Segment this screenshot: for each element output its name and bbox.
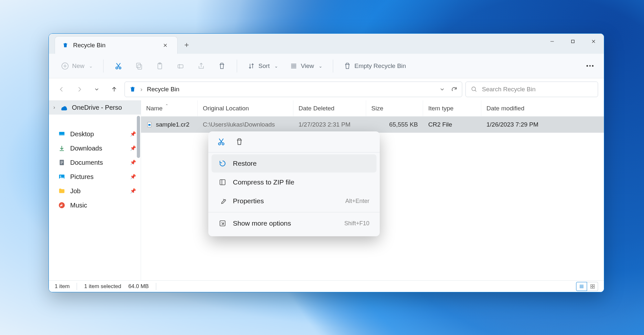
context-label: Compress to ZIP file <box>233 178 294 186</box>
tab-title: Recycle Bin <box>73 42 156 49</box>
context-delete-button[interactable] <box>235 137 244 146</box>
sidebar-item-music[interactable]: Music <box>49 198 141 212</box>
new-tab-button[interactable] <box>178 36 196 54</box>
copy-button[interactable] <box>130 60 148 73</box>
sidebar: › OneDrive - Perso Desktop 📌 Downloads 📌 <box>49 100 141 280</box>
svg-rect-23 <box>593 285 595 286</box>
back-button[interactable] <box>55 82 69 96</box>
column-name[interactable]: Name⌃ <box>141 100 198 116</box>
zip-icon <box>219 178 226 186</box>
shortcut-label: Shift+F10 <box>344 220 369 227</box>
file-size: 65,555 KB <box>366 121 423 128</box>
close-button[interactable] <box>583 34 604 49</box>
shortcut-label: Alt+Enter <box>345 198 369 205</box>
empty-label: Empty Recycle Bin <box>355 62 406 70</box>
tab-close-button[interactable] <box>160 42 170 49</box>
column-type[interactable]: Item type <box>423 100 481 116</box>
column-location[interactable]: Original Location <box>198 100 293 116</box>
sidebar-item-documents[interactable]: Documents 📌 <box>49 155 141 170</box>
view-toggle <box>576 282 598 291</box>
sort-button[interactable]: Sort ⌄ <box>243 60 283 73</box>
breadcrumb-location[interactable]: Recycle Bin <box>147 86 179 93</box>
context-properties[interactable]: Properties Alt+Enter <box>212 192 377 210</box>
sidebar-label: OneDrive - Perso <box>72 104 122 111</box>
column-modified[interactable]: Date modified <box>481 100 604 116</box>
sidebar-label: Job <box>70 187 81 195</box>
more-button[interactable] <box>584 62 596 69</box>
sidebar-label: Desktop <box>70 130 94 138</box>
pin-icon: 📌 <box>130 188 136 194</box>
chevron-down-icon: ⌄ <box>89 63 93 69</box>
pin-icon: 📌 <box>130 145 136 151</box>
column-headers: Name⌃ Original Location Date Deleted Siz… <box>141 100 604 117</box>
pin-icon: 📌 <box>130 160 136 165</box>
tab-recycle-bin[interactable]: Recycle Bin <box>55 36 178 54</box>
status-items: 1 item <box>55 283 70 290</box>
context-compress[interactable]: Compress to ZIP file <box>212 173 377 191</box>
empty-recycle-bin-button[interactable]: Empty Recycle Bin <box>339 60 410 73</box>
downloads-icon <box>58 144 66 152</box>
context-cut-button[interactable] <box>217 137 226 146</box>
separator <box>156 283 156 290</box>
folder-icon <box>58 187 66 195</box>
file-modified: 1/26/2023 7:29 PM <box>481 121 604 128</box>
sidebar-item-onedrive[interactable]: › OneDrive - Perso <box>49 100 141 115</box>
separator <box>208 212 380 212</box>
sidebar-scrollbar[interactable] <box>137 116 140 158</box>
svg-rect-5 <box>136 63 140 68</box>
file-explorer-window: Recycle Bin New ⌄ <box>49 33 604 292</box>
svg-rect-0 <box>572 40 574 43</box>
minimize-button[interactable] <box>542 34 562 49</box>
up-button[interactable] <box>107 82 121 96</box>
recent-button[interactable] <box>90 82 104 96</box>
breadcrumb-separator: › <box>140 86 142 93</box>
svg-rect-20 <box>220 180 225 185</box>
column-size[interactable]: Size <box>366 100 423 116</box>
content-area: Name⌃ Original Location Date Deleted Siz… <box>141 100 604 280</box>
file-name: sample1.cr2 <box>156 121 190 128</box>
file-deleted: 1/27/2023 2:31 PM <box>293 121 366 128</box>
new-button[interactable]: New ⌄ <box>57 60 97 73</box>
context-label: Restore <box>233 160 257 167</box>
sidebar-item-downloads[interactable]: Downloads 📌 <box>49 141 141 155</box>
svg-rect-17 <box>148 124 151 126</box>
search-box[interactable]: Search Recycle Bin <box>465 82 598 97</box>
context-show-more[interactable]: Show more options Shift+F10 <box>212 214 377 232</box>
status-size: 64.0 MB <box>128 283 149 290</box>
pin-icon: 📌 <box>130 131 136 137</box>
column-deleted[interactable]: Date Deleted <box>293 100 366 116</box>
rename-button[interactable] <box>171 60 190 73</box>
window-controls <box>542 34 604 49</box>
maximize-button[interactable] <box>562 34 583 49</box>
titlebar: Recycle Bin <box>49 34 604 54</box>
file-type: CR2 File <box>423 121 481 128</box>
details-view-button[interactable] <box>576 282 587 291</box>
file-row[interactable]: sample1.cr2 C:\Users\lukas\Downloads 1/2… <box>141 117 604 133</box>
cut-button[interactable] <box>109 60 127 73</box>
onedrive-icon <box>60 104 67 111</box>
chevron-right-icon: › <box>53 105 55 110</box>
thumbnails-view-button[interactable] <box>587 282 598 291</box>
address-dropdown[interactable] <box>439 86 445 92</box>
view-button[interactable]: View ⌄ <box>285 60 327 73</box>
navigation-row: › Recycle Bin Search Recycle Bin <box>49 78 604 100</box>
paste-button[interactable] <box>151 60 169 73</box>
sidebar-item-job[interactable]: Job 📌 <box>49 184 141 198</box>
refresh-button[interactable] <box>451 86 457 93</box>
sort-indicator-icon: ⌃ <box>165 104 168 108</box>
svg-rect-8 <box>178 65 183 68</box>
sidebar-item-desktop[interactable]: Desktop 📌 <box>49 127 141 141</box>
address-bar[interactable]: › Recycle Bin <box>125 82 462 97</box>
chevron-down-icon: ⌄ <box>274 63 278 69</box>
svg-rect-4 <box>138 65 142 69</box>
file-icon <box>146 121 153 128</box>
sidebar-label: Documents <box>70 159 103 166</box>
context-restore[interactable]: Restore <box>212 154 377 173</box>
new-label: New <box>72 62 84 70</box>
sidebar-item-pictures[interactable]: Pictures 📌 <box>49 170 141 184</box>
sidebar-label: Music <box>70 202 87 209</box>
sidebar-label: Downloads <box>70 145 102 152</box>
forward-button[interactable] <box>72 82 86 96</box>
share-button[interactable] <box>192 60 210 73</box>
delete-button[interactable] <box>213 60 231 73</box>
